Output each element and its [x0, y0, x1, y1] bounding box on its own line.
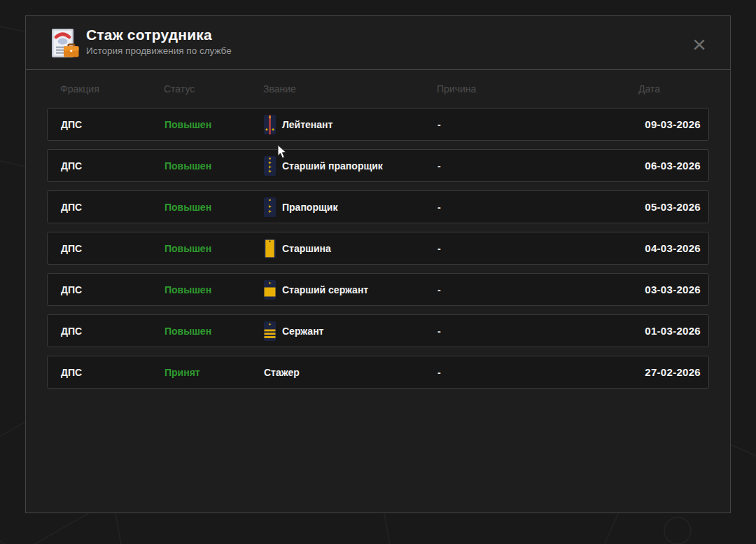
- column-header-status: Статус: [164, 83, 263, 95]
- rank-label: Старшина: [282, 243, 331, 254]
- rank-label: Стажер: [264, 367, 300, 378]
- modal-header: Стаж сотрудника История продвижения по с…: [26, 16, 730, 70]
- status-cell: Принят: [164, 367, 264, 378]
- rank-label: Прапорщик: [282, 202, 337, 213]
- status-cell: Повышен: [164, 160, 264, 172]
- table-row[interactable]: ДПС Повышен Лейтенант - 09-03-2026: [47, 108, 709, 141]
- date-cell: 09-03-2026: [638, 118, 701, 130]
- epaulette-senior-sergeant-icon: [264, 280, 276, 300]
- faction-cell: ДПС: [61, 243, 164, 254]
- column-header-date: Дата: [638, 83, 701, 95]
- rank-label: Старший сержант: [282, 284, 368, 295]
- status-cell: Повышен: [164, 119, 264, 130]
- close-button[interactable]: ×: [684, 29, 715, 60]
- reason-cell: -: [438, 160, 638, 172]
- rank-cell: Лейтенант: [264, 115, 438, 134]
- table-row[interactable]: ДПС Повышен Старшина - 04-03-2026: [47, 232, 709, 265]
- rank-cell: Старший сержант: [264, 280, 438, 300]
- status-cell: Повышен: [164, 284, 264, 295]
- reason-cell: -: [438, 367, 638, 378]
- rank-cell: Прапорщик: [264, 197, 438, 217]
- status-cell: Повышен: [164, 202, 264, 213]
- table-header-row: Фракция Статус Звание Причина Дата: [47, 79, 709, 99]
- reason-cell: -: [438, 326, 638, 337]
- epaulette-starshina-icon: [264, 239, 276, 258]
- backdrop-decorative-circle: [664, 517, 692, 544]
- rank-label: Сержант: [282, 326, 323, 337]
- table-row[interactable]: ДПС Принят Стажер - 27-02-2026: [47, 356, 709, 389]
- date-cell: 06-03-2026: [638, 160, 701, 172]
- document-with-briefcase-icon: [46, 27, 79, 60]
- epaulette-warrant-officer-icon: [264, 197, 276, 217]
- faction-cell: ДПС: [61, 202, 164, 213]
- employee-record-modal: Стаж сотрудника История продвижения по с…: [25, 15, 731, 513]
- page-title: Стаж сотрудника: [86, 27, 232, 43]
- table-row[interactable]: ДПС Повышен Прапорщик - 05-03-2026: [47, 190, 709, 223]
- reason-cell: -: [438, 202, 638, 213]
- epaulette-senior-warrant-officer-icon: [264, 156, 276, 176]
- table-row[interactable]: ДПС Повышен Старший сержант - 03-03-2026: [47, 273, 709, 306]
- close-icon: ×: [692, 31, 706, 58]
- epaulette-lieutenant-icon: [264, 115, 276, 134]
- faction-cell: ДПС: [61, 160, 164, 172]
- date-cell: 05-03-2026: [638, 201, 701, 213]
- column-header-rank: Звание: [263, 83, 437, 95]
- rank-cell: Старшина: [264, 239, 438, 258]
- faction-cell: ДПС: [61, 119, 164, 130]
- page-subtitle: История продвижения по службе: [86, 46, 232, 56]
- column-header-faction: Фракция: [60, 83, 164, 95]
- epaulette-sergeant-icon: [264, 321, 276, 341]
- rank-label: Лейтенант: [282, 119, 332, 130]
- rank-label: Старший прапорщик: [282, 160, 383, 172]
- table-row[interactable]: ДПС Повышен Старший прапорщик - 06-03-20…: [47, 149, 709, 182]
- date-cell: 04-03-2026: [638, 242, 701, 254]
- promotion-history-table: Фракция Статус Звание Причина Дата ДПС П…: [26, 70, 730, 389]
- table-row[interactable]: ДПС Повышен Сержант - 01-03-2026: [47, 314, 709, 347]
- status-cell: Повышен: [164, 243, 264, 254]
- date-cell: 01-03-2026: [638, 325, 701, 337]
- faction-cell: ДПС: [61, 326, 164, 337]
- column-header-reason: Причина: [437, 83, 638, 95]
- title-block: Стаж сотрудника История продвижения по с…: [86, 27, 232, 56]
- reason-cell: -: [438, 284, 638, 295]
- reason-cell: -: [438, 119, 638, 130]
- date-cell: 03-03-2026: [638, 284, 701, 295]
- faction-cell: ДПС: [61, 367, 164, 378]
- date-cell: 27-02-2026: [638, 366, 701, 378]
- reason-cell: -: [438, 243, 638, 254]
- rank-cell: Стажер: [264, 367, 438, 378]
- rank-cell: Сержант: [264, 321, 438, 341]
- status-cell: Повышен: [164, 326, 264, 337]
- faction-cell: ДПС: [61, 284, 164, 295]
- rank-cell: Старший прапорщик: [264, 156, 438, 176]
